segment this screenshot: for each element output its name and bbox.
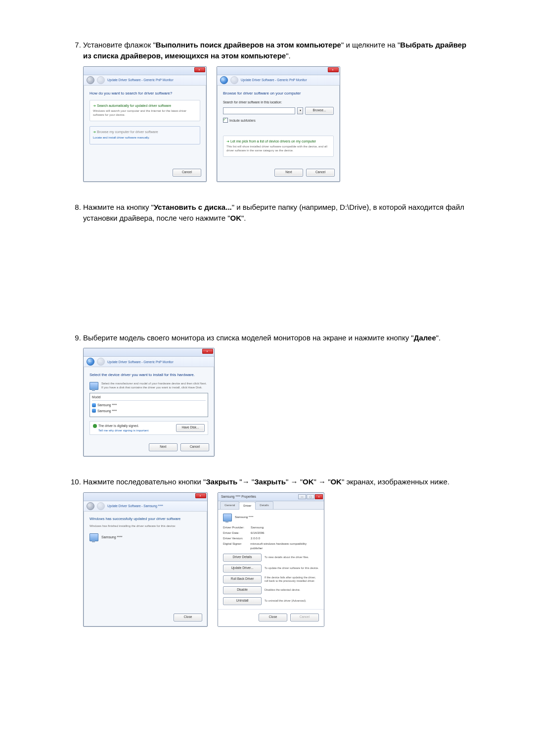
dialog-footer: Close [84, 611, 207, 626]
next-button[interactable]: Next [274, 169, 303, 177]
nav-bar: ← → Update Driver Software - Generic PnP… [84, 75, 206, 86]
s10t3: " → " [313, 477, 330, 486]
s10t2: " → " [286, 477, 303, 486]
option-title: ➔Browse my computer for driver software [93, 130, 197, 135]
dropdown-icon[interactable]: ▾ [297, 107, 303, 114]
signing-link[interactable]: Tell me why driver signing is important [98, 428, 148, 433]
cancel-button[interactable]: Cancel [173, 169, 201, 177]
cancel-button[interactable]: Cancel [290, 614, 319, 621]
nav-back-icon[interactable]: ← [87, 502, 94, 510]
step-10-text: Нажмите последовательно кнопки "Закрыть … [83, 476, 475, 487]
path-input[interactable] [223, 107, 295, 114]
s9t1: Выберите модель своего монитора из списк… [83, 333, 414, 342]
step-9: Выберите модель своего монитора из списк… [83, 332, 475, 457]
tab-strip: General Driver Details [218, 501, 324, 510]
browse-button[interactable]: Browse... [305, 107, 334, 115]
tab-driver[interactable]: Driver [239, 502, 256, 510]
heading: How do you want to search for driver sof… [89, 91, 200, 96]
model-name: Samsung **** [97, 403, 117, 407]
include-subfolders-row[interactable]: Include subfolders [223, 118, 334, 123]
arrow-icon: ➔ [93, 104, 96, 107]
kv-version: Driver Version:2.0.0.0 [223, 536, 319, 541]
close-button[interactable]: Close [174, 614, 202, 621]
uninstall-button[interactable]: Uninstall [223, 597, 262, 605]
heading: Browse for driver software on your compu… [223, 91, 334, 96]
s8t3: ". [241, 214, 246, 222]
nav-fwd-icon[interactable]: → [97, 358, 105, 366]
dialog-browse-driver: × ← → Update Driver Software - Generic P… [217, 66, 340, 183]
monitor-icon [89, 382, 98, 390]
s10b1: Закрыть [206, 477, 237, 486]
nav-bar: ← → Update Driver Software - Samsung ***… [84, 501, 207, 512]
rollback-driver-button[interactable]: Roll Back Driver [223, 575, 262, 583]
info-row: Select the manufacturer and model of you… [89, 382, 208, 390]
dialog-footer: Next Cancel [84, 440, 214, 456]
close-icon[interactable]: × [195, 493, 206, 498]
cancel-button[interactable]: Cancel [306, 169, 335, 177]
title-bar: × [84, 348, 214, 357]
dialog-body: Select the device driver you want to ins… [84, 367, 214, 440]
option-browse-my-computer[interactable]: ➔Browse my computer for driver software … [89, 126, 200, 144]
title-bar: Samsung **** Properties — ▢ × [218, 493, 324, 501]
close-button[interactable]: Close [259, 614, 287, 621]
crumb-text: Update Driver Software - Generic PnP Mon… [107, 78, 174, 82]
close-icon[interactable]: × [194, 67, 205, 72]
dialog-body: Browse for driver software on your compu… [217, 86, 340, 166]
document-page: Установите флажок "Выполнить поиск драйв… [0, 0, 534, 676]
option-pick-from-list[interactable]: ➔Let me pick from a list of device drive… [223, 136, 334, 157]
update-driver-button[interactable]: Update Driver... [223, 565, 262, 572]
signed-row: The driver is digitally signed. Tell me … [89, 421, 208, 435]
action-desc: To view details about the driver files. [265, 556, 319, 559]
action-update-driver: Update Driver... To update the driver so… [223, 565, 319, 572]
s9t2: ". [436, 333, 441, 342]
disable-button[interactable]: Disable [223, 586, 262, 594]
close-icon[interactable]: × [315, 494, 323, 499]
close-icon[interactable]: × [328, 67, 339, 72]
nav-fwd-icon[interactable]: → [97, 502, 105, 510]
device-row: Samsung **** [89, 533, 201, 541]
s10t1: Нажмите последовательно кнопки " [83, 477, 206, 486]
tab-general[interactable]: General [220, 501, 239, 509]
minimize-icon[interactable]: — [298, 494, 306, 499]
s10a1: "→ " [237, 477, 254, 486]
s8b1: Установить с диска... [154, 203, 232, 211]
value: microsoft windows hardware compatibility… [250, 542, 319, 551]
option-subtext: This list will show installed driver sof… [226, 145, 330, 152]
step-9-text: Выберите модель своего монитора из списк… [83, 332, 475, 343]
tab-details[interactable]: Details [255, 501, 273, 509]
nav-back-icon[interactable]: ← [220, 76, 228, 84]
label: Driver Date: [223, 531, 251, 535]
label: Digital Signer: [223, 542, 250, 551]
driver-details-button[interactable]: Driver Details [223, 554, 262, 562]
title-bar: × [84, 67, 206, 75]
window-buttons: — ▢ × [298, 494, 323, 499]
nav-back-icon[interactable]: ← [87, 358, 94, 366]
nav-back-icon[interactable]: ← [87, 76, 94, 84]
monitor-icon [223, 514, 232, 521]
arrow-icon: ➔ [93, 130, 96, 134]
step-8-text: Нажмите на кнопку "Установить с диска...… [83, 202, 475, 224]
checkbox-icon[interactable] [223, 118, 228, 123]
option-title: ➔Let me pick from a list of device drive… [226, 139, 330, 144]
nav-fwd-icon[interactable]: → [97, 76, 105, 84]
shield-icon [92, 403, 96, 407]
have-disk-button[interactable]: Have Disk... [176, 424, 205, 432]
title-bar: × [84, 493, 207, 501]
action-desc: To uninstall the driver (Advanced). [265, 599, 319, 603]
s9b1: Далее [414, 333, 436, 342]
close-icon[interactable]: × [202, 349, 213, 354]
dialog-select-device-driver: × ← → Update Driver Software - Generic P… [83, 348, 215, 457]
dialog-footer: Cancel [84, 166, 206, 182]
cancel-button[interactable]: Cancel [180, 443, 209, 451]
ordered-steps: Установите флажок "Выполнить поиск драйв… [69, 40, 475, 627]
list-item[interactable]: Samsung **** [92, 408, 206, 414]
dialog-update-success: × ← → Update Driver Software - Samsung *… [83, 492, 208, 627]
step7-screenshots: × ← → Update Driver Software - Generic P… [83, 66, 475, 183]
nav-fwd-icon[interactable]: → [230, 76, 238, 84]
step7-mid: " и щелкните на " [341, 41, 400, 49]
option-auto-search[interactable]: ➔Search automatically for updated driver… [89, 100, 200, 121]
heading: Select the device driver you want to ins… [89, 372, 208, 378]
maximize-icon[interactable]: ▢ [307, 494, 314, 499]
list-item[interactable]: Samsung **** [92, 402, 206, 408]
next-button[interactable]: Next [149, 443, 178, 451]
